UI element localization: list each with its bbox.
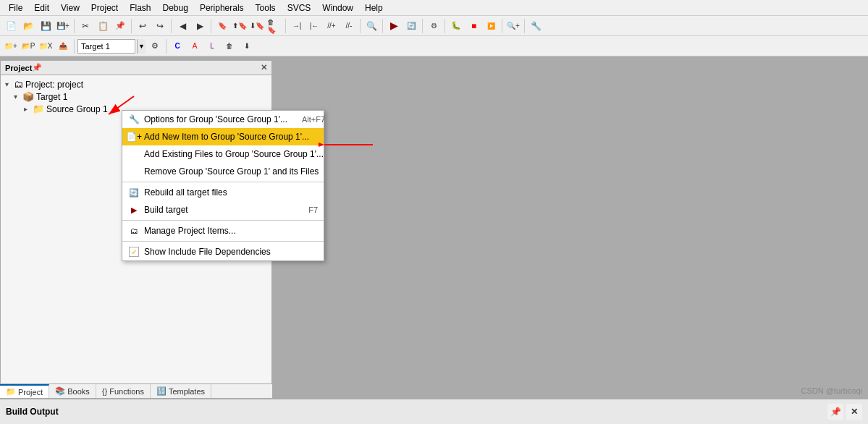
- copy-button[interactable]: 📋: [95, 18, 111, 34]
- zoom-button[interactable]: 🔍+: [505, 18, 521, 34]
- search-button[interactable]: 🔍: [363, 18, 379, 34]
- cut-button[interactable]: ✂: [77, 18, 93, 34]
- ctx-remove-group[interactable]: Remove Group 'Source Group 1' and its Fi…: [122, 163, 324, 180]
- target-select[interactable]: Target 1: [77, 39, 135, 54]
- comment-button[interactable]: //+: [324, 18, 340, 34]
- comp-c-button[interactable]: C: [169, 38, 185, 54]
- menu-help[interactable]: Help: [359, 1, 389, 14]
- export-button[interactable]: 📤: [55, 38, 71, 54]
- indent-button[interactable]: →|: [289, 18, 305, 34]
- ctx-remove-group-label: Remove Group 'Source Group 1' and its Fi…: [144, 166, 319, 177]
- panel-header: Project 📌 ✕: [1, 61, 271, 75]
- project-close-button[interactable]: 📁X: [38, 38, 54, 54]
- sep12: [74, 39, 75, 54]
- paste-button[interactable]: 📌: [112, 18, 128, 34]
- menu-flash[interactable]: Flash: [124, 1, 156, 14]
- save-all-button[interactable]: 💾+: [55, 18, 71, 34]
- sep9: [444, 19, 445, 33]
- menu-tools[interactable]: Tools: [250, 1, 282, 14]
- target-icon: 📦: [22, 91, 34, 102]
- main-area: [272, 60, 868, 398]
- run-to-button[interactable]: ▶️: [483, 18, 499, 34]
- target-settings-button[interactable]: ⚙: [147, 38, 163, 54]
- bookmark-add-button[interactable]: 🔖: [214, 18, 230, 34]
- stop-button[interactable]: ⏹: [465, 18, 481, 34]
- build-button[interactable]: ▶: [386, 18, 402, 34]
- new-button[interactable]: 📄: [3, 18, 19, 34]
- forward-button[interactable]: ▶: [192, 18, 208, 34]
- bottom-tabs: 📁 Project 📚 Books {} Functions 🔢 Templat…: [0, 383, 272, 398]
- expand-icon: ▾: [5, 80, 14, 88]
- back-button[interactable]: ◀: [174, 18, 190, 34]
- wrench-icon: 🔧: [128, 114, 140, 125]
- build-output-close[interactable]: ✕: [846, 404, 862, 420]
- ctx-rebuild-all-label: Rebuild all target files: [144, 187, 227, 198]
- sep11: [524, 19, 525, 33]
- sep2: [131, 19, 132, 33]
- clean-button[interactable]: 🗑: [222, 38, 237, 54]
- tab-functions-icon: {}: [102, 387, 107, 396]
- menu-debug[interactable]: Debug: [157, 1, 194, 14]
- ctx-show-include[interactable]: ✓ Show Include File Dependencies: [122, 243, 324, 260]
- save-button[interactable]: 💾: [38, 18, 54, 34]
- menu-project[interactable]: Project: [85, 1, 124, 14]
- comp-asm-button[interactable]: A: [187, 38, 203, 54]
- ctx-options-group[interactable]: 🔧 Options for Group 'Source Group 1'... …: [122, 111, 324, 128]
- tree-target[interactable]: ▾ 📦 Target 1: [4, 90, 269, 103]
- outdent-button[interactable]: |←: [306, 18, 322, 34]
- bookmark-prev-button[interactable]: ⬆🔖: [232, 18, 248, 34]
- menu-view[interactable]: View: [55, 1, 85, 14]
- settings-button[interactable]: 🔧: [528, 18, 544, 34]
- ctx-options-group-label: Options for Group 'Source Group 1'...: [144, 114, 287, 124]
- menu-file[interactable]: File: [3, 1, 28, 14]
- tab-functions[interactable]: {} Functions: [96, 384, 151, 398]
- debug-button[interactable]: 🐛: [448, 18, 464, 34]
- menu-peripherals[interactable]: Peripherals: [194, 1, 250, 14]
- sep8: [422, 19, 423, 33]
- ctx-add-new-item-label: Add New Item to Group 'Source Group 1'..…: [144, 132, 309, 142]
- toolbar-row-1: 📄 📂 💾 💾+ ✂ 📋 📌 ↩ ↪ ◀ ▶ 🔖 ⬆🔖 ⬇🔖 🗑🔖 →| |← …: [0, 16, 868, 36]
- uncomment-button[interactable]: //-: [341, 18, 357, 34]
- remove-icon: [128, 166, 140, 177]
- download-button[interactable]: ⬇: [239, 38, 255, 54]
- tree-project-root[interactable]: ▾ 🗂 Project: project: [4, 78, 269, 90]
- project-new-button[interactable]: 📁+: [3, 38, 19, 54]
- menu-edit[interactable]: Edit: [28, 1, 55, 14]
- sep13: [166, 39, 167, 54]
- expand-icon-sg: ▸: [24, 105, 33, 113]
- panel-close-button[interactable]: ✕: [261, 63, 267, 72]
- new-file-icon: 📄+: [128, 131, 140, 143]
- sep6: [360, 19, 361, 33]
- ctx-rebuild-all[interactable]: 🔄 Rebuild all target files: [122, 184, 324, 201]
- panel-pin-button[interactable]: 📌: [32, 63, 42, 72]
- context-menu: 🔧 Options for Group 'Source Group 1'... …: [122, 110, 324, 261]
- tab-project-label: Project: [18, 388, 43, 397]
- bookmark-next-button[interactable]: ⬇🔖: [249, 18, 265, 34]
- tab-books[interactable]: 📚 Books: [49, 384, 96, 398]
- tab-project[interactable]: 📁 Project: [0, 384, 49, 398]
- menu-window[interactable]: Window: [316, 1, 359, 14]
- bookmark-clear-button[interactable]: 🗑🔖: [266, 18, 282, 34]
- link-button[interactable]: L: [204, 38, 220, 54]
- menu-svcs[interactable]: SVCS: [282, 1, 317, 14]
- ctx-manage-project[interactable]: 🗂 Manage Project Items...: [122, 222, 324, 239]
- tab-templates[interactable]: 🔢 Templates: [151, 384, 211, 398]
- tab-books-label: Books: [67, 387, 90, 396]
- target-dropdown[interactable]: ▼: [137, 39, 146, 54]
- build-output-pin[interactable]: 📌: [827, 404, 843, 420]
- ctx-add-existing-label: Add Existing Files to Group 'Source Grou…: [144, 149, 324, 159]
- build-icon: ▶: [128, 204, 140, 216]
- rebuild-button[interactable]: 🔄: [403, 18, 419, 34]
- watermark: CSDN @turbosqi: [801, 386, 862, 395]
- ctx-add-new-item[interactable]: 📄+ Add New Item to Group 'Source Group 1…: [122, 128, 324, 145]
- target-options-button[interactable]: ⚙: [426, 18, 442, 34]
- ctx-add-existing-files[interactable]: Add Existing Files to Group 'Source Grou…: [122, 145, 324, 163]
- target-label: Target 1: [36, 92, 67, 102]
- project-open-button[interactable]: 📂P: [20, 38, 36, 54]
- redo-button[interactable]: ↪: [152, 18, 168, 34]
- open-button[interactable]: 📂: [20, 18, 36, 34]
- build-output-bar: Build Output 📌 ✕: [0, 398, 868, 424]
- tab-templates-label: Templates: [169, 387, 205, 396]
- undo-button[interactable]: ↩: [135, 18, 151, 34]
- ctx-build-target[interactable]: ▶ Build target F7: [122, 201, 324, 219]
